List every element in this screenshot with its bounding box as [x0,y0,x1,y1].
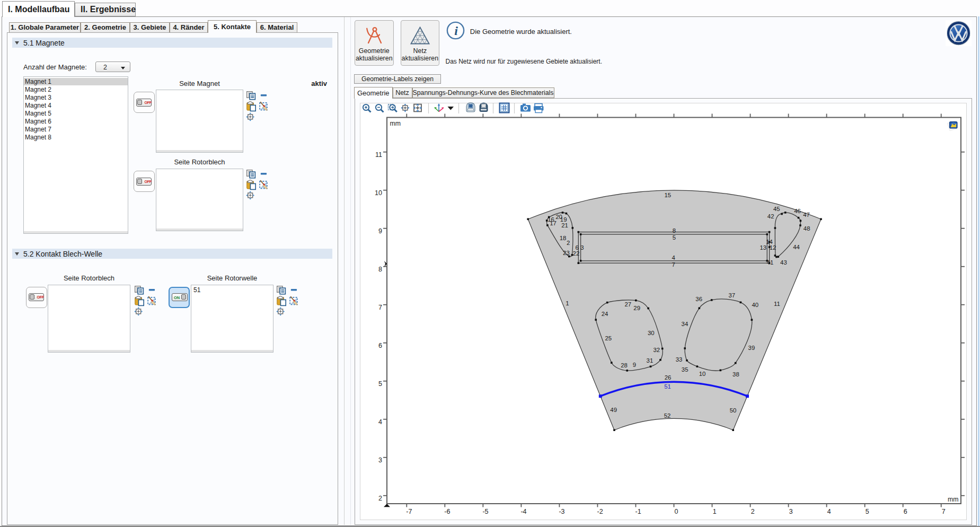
svg-text:26: 26 [665,374,672,381]
svg-text:42: 42 [767,213,774,219]
svg-text:-7: -7 [406,508,412,515]
svg-text:41: 41 [767,259,774,266]
svg-text:45: 45 [773,206,780,212]
svg-text:4: 4 [672,254,675,261]
svg-text:5: 5 [673,234,676,241]
svg-text:17: 17 [550,220,557,226]
svg-text:49: 49 [610,407,617,413]
svg-text:24: 24 [602,311,608,317]
svg-text:47: 47 [803,212,810,218]
svg-text:2: 2 [751,508,755,515]
svg-text:i: i [454,24,458,38]
svg-text:2: 2 [567,240,570,246]
svg-text:21: 21 [561,222,568,229]
svg-text:46: 46 [794,208,801,214]
svg-text:44: 44 [793,244,800,250]
svg-text:mm: mm [948,496,959,503]
svg-text:3: 3 [378,456,382,464]
svg-text:10: 10 [699,371,706,377]
svg-text:27: 27 [624,301,631,308]
svg-text:1: 1 [713,508,717,515]
svg-text:6: 6 [904,508,907,515]
svg-text:11: 11 [774,301,780,307]
svg-text:34: 34 [682,321,688,327]
svg-text:29: 29 [633,305,640,311]
svg-text:11: 11 [375,151,382,159]
svg-text:-5: -5 [482,508,488,515]
svg-text:52: 52 [664,412,671,419]
svg-text:48: 48 [804,225,810,232]
svg-text:0: 0 [675,508,678,515]
svg-text:50: 50 [730,407,737,414]
svg-text:2: 2 [378,495,382,502]
svg-text:7: 7 [942,508,946,515]
svg-text:36: 36 [695,296,702,302]
svg-text:-1: -1 [635,508,641,515]
svg-text:6: 6 [576,244,579,251]
svg-text:5: 5 [866,508,869,515]
svg-text:15: 15 [664,192,671,198]
svg-text:3: 3 [789,508,793,515]
svg-text:33: 33 [676,356,683,363]
svg-text:38: 38 [732,371,739,377]
svg-text:5: 5 [378,380,382,388]
svg-text:mm: mm [390,120,401,127]
svg-text:1: 1 [566,300,569,306]
svg-text:39: 39 [748,345,755,351]
svg-text:10: 10 [375,189,382,197]
svg-text:8: 8 [673,227,676,234]
svg-text:25: 25 [605,335,612,341]
svg-text:22: 22 [573,250,580,257]
svg-text:4: 4 [378,418,382,426]
svg-text:35: 35 [682,366,688,373]
svg-text:18: 18 [560,235,567,241]
svg-text:6: 6 [378,342,382,349]
svg-text:12: 12 [770,244,776,251]
svg-text:7: 7 [378,304,382,311]
svg-text:40: 40 [752,302,758,308]
svg-text:-4: -4 [520,508,526,515]
svg-text:28: 28 [621,362,628,368]
svg-text:51: 51 [664,383,671,390]
svg-text:37: 37 [728,292,735,298]
svg-text:31: 31 [647,357,654,364]
svg-text:8: 8 [378,266,382,273]
svg-text:9: 9 [633,362,636,368]
svg-text:43: 43 [780,259,787,266]
svg-text:23: 23 [563,250,570,256]
svg-text:-3: -3 [559,508,564,515]
svg-text:32: 32 [653,347,660,353]
svg-text:13: 13 [760,244,766,251]
svg-text:4: 4 [827,508,831,515]
svg-text:-6: -6 [444,508,450,515]
svg-text:3: 3 [580,244,584,251]
svg-text:7: 7 [672,261,675,268]
svg-text:-2: -2 [597,508,603,515]
svg-text:30: 30 [648,330,655,336]
svg-text:9: 9 [378,227,382,235]
